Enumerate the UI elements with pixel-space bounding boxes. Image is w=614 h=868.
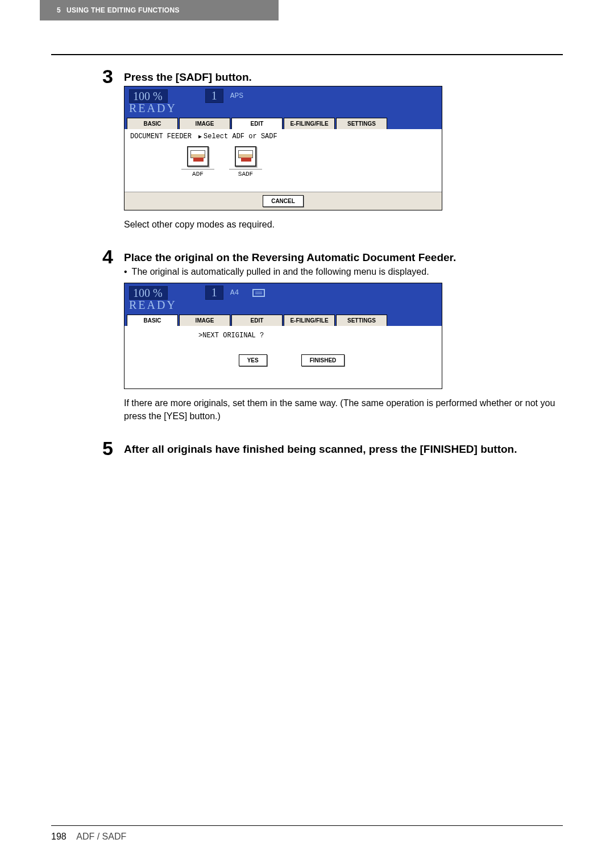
chapter-number: 5 [57, 6, 61, 14]
step-title: Press the [SADF] button. [124, 67, 252, 85]
tab-settings[interactable]: SETTINGS [336, 118, 387, 129]
footer-divider [51, 825, 563, 826]
sadf-icon [235, 146, 256, 167]
page-footer: 198 ADF / SADF [51, 825, 563, 842]
step4-body: If there are more originals, set them in… [51, 397, 563, 423]
adf-label: ADF [181, 169, 214, 177]
doc-feeder-label: DOCUMENT FEEDER [130, 133, 192, 140]
content-area: 3 Press the [SADF] button. 100 % 1 APS R… [51, 54, 563, 461]
adf-icon [187, 146, 209, 167]
lcd-tabs: BASIC IMAGE EDIT E-FILING/FILE SETTINGS [125, 117, 442, 129]
step-number: 4 [102, 247, 117, 266]
lcd-panel-2: 100 % 1 A4 READY BASIC IMAGE EDIT E-FILI… [124, 283, 442, 389]
finished-button[interactable]: FINISHED [301, 354, 345, 366]
lcd-tabs: BASIC IMAGE EDIT E-FILING/FILE SETTINGS [125, 313, 442, 326]
lcd-header: 100 % 1 A4 READY [125, 283, 442, 313]
tab-settings[interactable]: SETTINGS [336, 315, 387, 326]
step-number: 3 [102, 67, 117, 86]
step-title: Place the original on the Reversing Auto… [124, 247, 563, 265]
next-original-prompt: >NEXT ORIGINAL ? [130, 332, 436, 340]
tab-efiling[interactable]: E-FILING/FILE [284, 315, 335, 326]
step-number: 5 [102, 439, 117, 458]
status-ready: READY [129, 300, 437, 310]
lcd-footer: CANCEL [125, 192, 442, 210]
step-3: 3 Press the [SADF] button. 100 % 1 APS R… [51, 67, 563, 231]
paper-mode: APS [230, 92, 243, 100]
tab-basic[interactable]: BASIC [127, 118, 178, 129]
paper-mode: A4 [230, 288, 239, 297]
sadf-button[interactable]: SADF [229, 146, 262, 177]
step4-bullet: The original is automatically pulled in … [132, 267, 429, 277]
orientation-icon [252, 288, 265, 297]
status-ready: READY [129, 103, 437, 113]
step-5: 5 After all originals have finished bein… [51, 439, 563, 458]
lcd-panel-1: 100 % 1 APS READY BASIC IMAGE EDIT E-FIL… [124, 86, 442, 210]
arrow-icon: ▶ [198, 134, 202, 140]
lcd-body: DOCUMENT FEEDER ▶Select ADF or SADF ADF … [125, 129, 442, 192]
step3-body: Select other copy modes as required. [51, 218, 563, 231]
page-number: 198 [51, 832, 67, 841]
yes-button[interactable]: YES [239, 354, 267, 366]
zoom-value: 100 % [129, 286, 168, 300]
lcd-header: 100 % 1 APS READY [125, 86, 442, 117]
tab-image[interactable]: IMAGE [179, 118, 230, 129]
step-title: After all originals have finished being … [124, 439, 517, 457]
select-instruction: Select ADF or SADF [204, 133, 277, 140]
step-4: 4 Place the original on the Reversing Au… [51, 247, 563, 423]
adf-button[interactable]: ADF [181, 146, 214, 177]
sadf-label: SADF [229, 169, 262, 177]
tab-efiling[interactable]: E-FILING/FILE [284, 118, 335, 129]
page-header: 5 USING THE EDITING FUNCTIONS [40, 0, 279, 20]
tab-image[interactable]: IMAGE [179, 315, 230, 326]
divider [51, 54, 563, 55]
tab-basic[interactable]: BASIC [127, 315, 178, 326]
tab-edit[interactable]: EDIT [231, 118, 283, 129]
footer-section: ADF / SADF [76, 832, 126, 841]
tab-edit[interactable]: EDIT [231, 315, 283, 326]
quantity-value: 1 [205, 89, 223, 103]
bullet-icon: • [124, 267, 127, 277]
quantity-value: 1 [205, 286, 223, 300]
cancel-button[interactable]: CANCEL [263, 195, 304, 207]
chapter-title: USING THE EDITING FUNCTIONS [67, 6, 180, 14]
lcd-body: >NEXT ORIGINAL ? YES FINISHED [125, 326, 442, 388]
zoom-value: 100 % [129, 89, 168, 103]
